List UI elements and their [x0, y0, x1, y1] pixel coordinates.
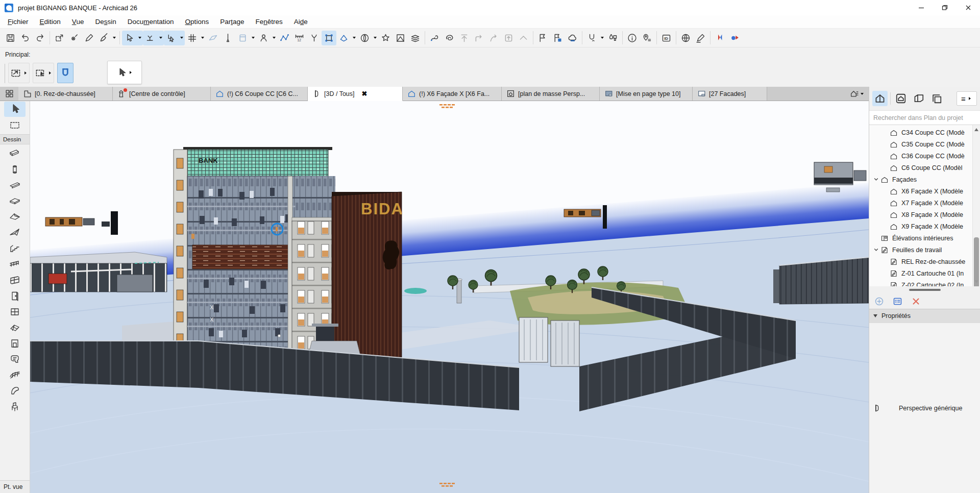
viewport-3d-scene[interactable]: BANK [30, 101, 869, 493]
chevron-expanded-icon[interactable] [872, 248, 879, 252]
toolbar-dropdown-panel[interactable] [250, 31, 256, 45]
plan-projet-button[interactable] [872, 91, 888, 106]
toolbar-button-guide-lines-icon[interactable] [185, 31, 200, 45]
menu-edition[interactable]: Edition [34, 16, 66, 27]
toolbar-button-info-icon[interactable] [625, 31, 640, 45]
tree-item-x7-fa-ade-x-mod-le[interactable]: X7 Façade X (Modèle [869, 197, 973, 209]
toolbar-button-marker-blue-icon[interactable] [727, 31, 742, 45]
tree-item-c34-coupe-cc-mod[interactable]: C34 Coupe CC (Modè [869, 127, 973, 138]
toolbar-button-inject-parameters-icon[interactable] [96, 31, 111, 45]
tree-item-c35-coupe-cc-mod[interactable]: C35 Coupe CC (Modè [869, 138, 973, 150]
toolbar-button-cloud-icon[interactable] [565, 31, 580, 45]
carnet-mise-en-page-button[interactable] [911, 91, 926, 106]
tool-opening[interactable] [4, 336, 26, 351]
toolbar-button-hook-icon[interactable] [427, 31, 442, 45]
menu-documentation[interactable]: Documentation [122, 16, 180, 27]
toolbar-button-marker-red-icon[interactable] [713, 31, 727, 45]
tool-shell[interactable] [4, 225, 26, 240]
toolbar-button-panel-icon[interactable] [235, 31, 250, 45]
popup-navigator-button[interactable] [845, 87, 869, 101]
menu-vue[interactable]: Vue [66, 16, 90, 27]
toolbar-dropdown-arrow-cursor[interactable] [137, 31, 143, 45]
tool-object[interactable] [4, 399, 26, 414]
toolbar-button-dimension-icon[interactable]: 12 [292, 31, 307, 45]
tool-arrow[interactable] [4, 102, 26, 117]
tool-zone[interactable] [4, 352, 26, 367]
restore-button[interactable] [933, 0, 957, 15]
add-viewpoint-icon[interactable] [874, 297, 884, 306]
toolbar-dropdown-guide-lines[interactable] [200, 31, 206, 45]
settings-form-icon[interactable] [893, 297, 902, 306]
toolbar-button-annotate-icon[interactable] [693, 31, 708, 45]
tool-marquee[interactable] [4, 117, 26, 133]
tool-shell-free[interactable] [4, 383, 26, 399]
principal-magnet-button[interactable] [57, 63, 74, 83]
tool-beam[interactable] [4, 178, 26, 193]
toolbar-button-arrow-cursor-icon[interactable] [122, 31, 137, 45]
viewport-3d[interactable]: BANK [30, 101, 869, 493]
tab-overview-button[interactable] [0, 87, 18, 101]
toolbar-dropdown-compass[interactable] [372, 31, 378, 45]
tab-5[interactable]: [plan de masse Persp... [502, 87, 600, 101]
panel-resize-grip[interactable] [869, 286, 980, 293]
toolbar-button-pick-parameters-icon[interactable] [67, 31, 82, 45]
menu-fen-tres[interactable]: Fenêtres [250, 16, 288, 27]
tool-curtain-wall[interactable] [4, 273, 26, 288]
tree-item-c36-coupe-cc-mod[interactable]: C36 Coupe CC (Modè [869, 150, 973, 162]
toolbar-dropdown-snap-cursor[interactable] [179, 31, 185, 45]
toolbar-button-star-icon[interactable] [378, 31, 393, 45]
navigator-menu-button[interactable]: ≡ [957, 91, 977, 106]
tree-item-l-vations-int-rieures[interactable]: Élévations intérieures [869, 232, 973, 244]
tab-close-icon[interactable]: ✖ [362, 90, 368, 97]
tab-6[interactable]: [Mise en page type 10] [600, 87, 693, 101]
minimize-button[interactable] [910, 0, 933, 15]
toolbar-button-roof-poly-icon[interactable] [336, 31, 351, 45]
toolbar-dropdown-roof-poly[interactable] [351, 31, 357, 45]
toolbar-button-transform-icon[interactable] [52, 31, 67, 45]
scroll-up-button[interactable] [973, 126, 980, 133]
menu-dessin[interactable]: Dessin [89, 16, 121, 27]
tab-4[interactable]: (!) X6 Façade X [X6 Fa... [403, 87, 502, 101]
tree-item-feuilles-de-travail[interactable]: Feuilles de travail [869, 244, 973, 256]
toolbar-button-polyline-icon[interactable] [277, 31, 292, 45]
toolbar-dropdown-snap-point[interactable] [158, 31, 164, 45]
tree-item-x8-fa-ade-x-mod-le[interactable]: X8 Façade X (Modèle [869, 209, 973, 220]
tree-item-rel-rez-de-chauss-e[interactable]: REL Rez-de-chaussée [869, 256, 973, 267]
tool-skylight[interactable] [4, 320, 26, 335]
toolbar-dropdown-inject-parameters[interactable] [111, 31, 117, 45]
jeux-publication-button[interactable] [929, 91, 944, 106]
toolbar-button-layers-icon[interactable] [408, 31, 423, 45]
menu-partage[interactable]: Partage [214, 16, 250, 27]
toolbar-button-undo-icon[interactable] [18, 31, 33, 45]
plan-vues-button[interactable] [893, 91, 909, 106]
chevron-expanded-icon[interactable] [872, 177, 879, 182]
toolbar-dropdown-person[interactable] [271, 31, 277, 45]
tree-item-fa-ades[interactable]: Façades [869, 174, 973, 185]
tree-item-z-02-cartouche-02-in[interactable]: Z-02 Cartouche 02 (In [869, 279, 973, 286]
toolbar-button-fork-icon[interactable] [307, 31, 322, 45]
tool-stair[interactable] [4, 241, 26, 256]
toolbar-button-image-box-icon[interactable] [393, 31, 408, 45]
tree-item-z-01-cartouche-01-in[interactable]: Z-01 Cartouche 01 (In [869, 267, 973, 279]
toolbar-button-needle-icon[interactable] [220, 31, 235, 45]
menu-fichier[interactable]: Fichier [2, 16, 34, 27]
toolbar-button-id-badge-icon[interactable]: ID [659, 31, 674, 45]
toolbar-button-link-globe-icon[interactable] [678, 31, 693, 45]
toolbar-button-snap-cursor-icon[interactable] [164, 31, 179, 45]
arrow-tool-flyout-button[interactable] [107, 61, 142, 84]
tab-7[interactable]: [27 Facades] [693, 87, 767, 101]
tree-item-x6-fa-ade-x-mod-le[interactable]: X6 Façade X (Modèle [869, 185, 973, 197]
tab-active-3[interactable]: [3D / Tous]✖ [308, 87, 403, 101]
toolbar-button-location-icon[interactable] [640, 31, 654, 45]
palette-grip[interactable] [5, 64, 5, 83]
toolbar-button-save-icon[interactable] [3, 31, 18, 45]
toolbar-button-plane-icon[interactable] [206, 31, 220, 45]
search-input[interactable] [869, 111, 980, 125]
tool-column[interactable] [4, 162, 26, 177]
toolbar-button-person-icon[interactable] [256, 31, 271, 45]
menu-options[interactable]: Options [180, 16, 215, 27]
toolbar-button-redo-icon[interactable] [33, 31, 47, 45]
close-button[interactable] [957, 0, 980, 15]
tool-door[interactable] [4, 288, 26, 304]
tab-2[interactable]: (!) C6 Coupe CC [C6 C... [211, 87, 308, 101]
